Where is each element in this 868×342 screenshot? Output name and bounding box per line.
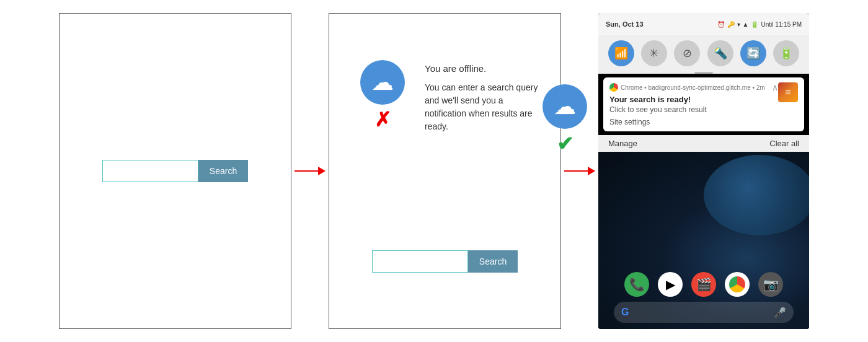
notif-row: Chrome • background-sync-optimized.glitc… — [609, 82, 798, 126]
status-time: Until 11:15 PM — [761, 21, 802, 28]
wifi-tile-icon: 📶 — [614, 46, 628, 60]
search-input-2[interactable] — [372, 250, 468, 273]
cloud-area-2: ☁ ✗ — [360, 60, 405, 129]
sync-tile[interactable]: 🔄 — [740, 40, 766, 66]
offline-title: You are offline. — [425, 63, 546, 74]
divider — [598, 71, 809, 74]
arrow-1-head — [318, 167, 326, 175]
video-glyph: 🎬 — [696, 277, 712, 292]
phone-frame-2: ☁ ✗ You are offline. You can enter a sea… — [329, 13, 561, 329]
notif-content: Chrome • background-sync-optimized.glitc… — [609, 82, 778, 126]
phone1-content: Search — [60, 14, 291, 328]
status-icons: ⏰ 🔑 ▾ ▲ 🔋 Until 11:15 PM — [717, 21, 802, 28]
google-g-logo: G — [621, 307, 629, 318]
search-button-2[interactable]: Search — [468, 250, 518, 273]
clear-all-label[interactable]: Clear all — [769, 139, 799, 148]
notif-footer: Manage Clear all — [598, 135, 809, 152]
battery-tile[interactable]: 🔋 — [773, 40, 799, 66]
search-button-1[interactable]: Search — [198, 160, 248, 182]
arrow-2-container — [561, 13, 598, 329]
arrow-2 — [564, 166, 595, 176]
notif-app-icon-glyph: ≡ — [785, 87, 790, 98]
android-wallpaper: 📞 ▶ 🎬 📷 G — [598, 152, 809, 329]
flashlight-tile[interactable]: 🔦 — [707, 40, 733, 66]
search-bar-1: Search — [102, 160, 248, 182]
dock-play-icon[interactable]: ▶ — [658, 272, 683, 297]
android-section: ☁ ✔ Sun, Oct 13 ⏰ 🔑 ▾ ▲ 🔋 Until 11:15 PM — [598, 13, 809, 329]
dock-chrome-icon[interactable] — [725, 272, 750, 297]
offline-text: You are offline. You can enter a search … — [425, 63, 546, 133]
play-glyph: ▶ — [666, 277, 675, 292]
quick-tiles: 📶 ✳ ⊘ 🔦 🔄 🔋 — [598, 35, 809, 71]
android-search-bar[interactable]: G 🎤 — [614, 302, 794, 323]
cloud-area-3: ☁ ✔ — [542, 84, 587, 154]
chrome-dock-icon — [729, 276, 745, 292]
search-bar-2: Search — [372, 250, 518, 273]
dock-video-icon[interactable]: 🎬 — [691, 272, 716, 297]
camera-glyph: 📷 — [763, 277, 779, 292]
cloud-icon-3: ☁ — [554, 95, 576, 118]
status-date: Sun, Oct 13 — [606, 20, 644, 28]
wifi-icon: ▾ — [737, 21, 740, 28]
search-input-1[interactable] — [102, 160, 198, 182]
dock-icons: 📞 ▶ 🎬 📷 — [624, 272, 783, 297]
offline-body: You can enter a search query and we'll s… — [425, 81, 546, 133]
sync-tile-icon: 🔄 — [746, 46, 760, 60]
check-icon-3: ✔ — [557, 134, 574, 154]
signal-icon: ▲ — [743, 21, 749, 28]
wifi-tile[interactable]: 📶 — [608, 40, 634, 66]
bluetooth-tile[interactable]: ✳ — [641, 40, 667, 66]
mic-icon-android[interactable]: 🎤 — [774, 307, 786, 318]
notif-source: Chrome • background-sync-optimized.glitc… — [621, 84, 765, 91]
notif-app-icon: ≡ — [778, 82, 798, 102]
arrow-1 — [294, 166, 326, 176]
battery-icon: 🔋 — [751, 21, 758, 28]
alarm-icon: ⏰ — [717, 21, 725, 28]
cloud-circle-3: ☁ — [542, 84, 587, 129]
notif-title: Your search is ready! — [609, 95, 778, 104]
bluetooth-tile-icon: ✳ — [649, 46, 658, 60]
android-panel: Sun, Oct 13 ⏰ 🔑 ▾ ▲ 🔋 Until 11:15 PM 📶 ✳ — [598, 13, 809, 329]
notif-body: Click to see you search result — [609, 105, 778, 114]
notif-header: Chrome • background-sync-optimized.glitc… — [609, 82, 778, 92]
dock-camera-icon[interactable]: 📷 — [758, 272, 783, 297]
manage-label[interactable]: Manage — [608, 139, 637, 148]
arrow-2-line — [564, 170, 590, 172]
vpn-icon: 🔑 — [727, 21, 735, 28]
site-settings[interactable]: Site settings — [609, 118, 778, 126]
battery-tile-icon: 🔋 — [779, 46, 793, 60]
flashlight-tile-icon: 🔦 — [714, 46, 727, 60]
divider-pill — [694, 72, 713, 74]
dock-phone-icon[interactable]: 📞 — [624, 272, 649, 297]
chrome-icon — [609, 83, 618, 92]
dnd-tile-icon: ⊘ — [683, 46, 692, 60]
arrow-2-head — [588, 167, 595, 175]
notif-expand-icon[interactable]: ∧ — [772, 82, 778, 92]
phone-frame-1: Search — [59, 13, 291, 329]
notification-card[interactable]: Chrome • background-sync-optimized.glitc… — [603, 77, 804, 131]
cloud-icon-2: ☁ — [371, 71, 394, 94]
arrow-1-line — [294, 170, 321, 172]
arrow-1-container — [291, 13, 329, 329]
status-bar: Sun, Oct 13 ⏰ 🔑 ▾ ▲ 🔋 Until 11:15 PM — [598, 13, 809, 35]
dnd-tile[interactable]: ⊘ — [674, 40, 700, 66]
cross-icon-2: ✗ — [374, 110, 391, 129]
earth-visual — [704, 155, 809, 235]
notif-header-left: Chrome • background-sync-optimized.glitc… — [609, 83, 765, 92]
cloud-circle-2: ☁ — [360, 60, 405, 105]
phone-glyph: 📞 — [629, 277, 645, 292]
